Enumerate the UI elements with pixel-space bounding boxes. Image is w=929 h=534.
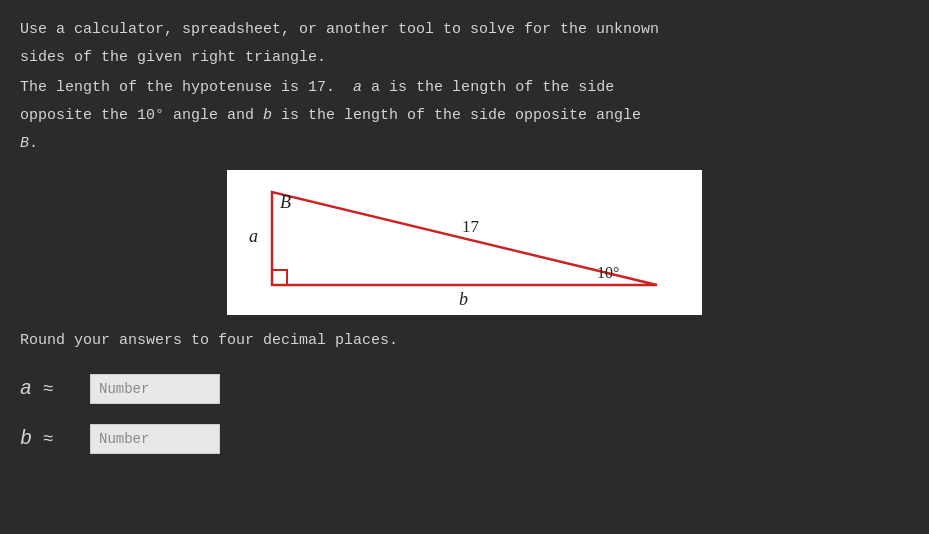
desc-line1: The length of the hypotenuse is 17. a a …: [20, 76, 909, 100]
desc-line3: B.: [20, 132, 909, 156]
answer-row-a: a ≈: [20, 373, 909, 405]
variable-a: a: [353, 79, 362, 96]
variable-b-inline: b: [263, 107, 272, 124]
svg-text:B: B: [280, 192, 291, 212]
instruction-line2: sides of the given right triangle.: [20, 46, 909, 70]
svg-text:b: b: [459, 289, 468, 309]
variable-a-label: a: [20, 377, 32, 400]
round-note: Round your answers to four decimal place…: [20, 329, 909, 353]
input-b[interactable]: [90, 424, 220, 454]
svg-text:17: 17: [462, 217, 480, 236]
instruction-block: Use a calculator, spreadsheet, or anothe…: [20, 18, 909, 70]
variable-B: B: [20, 135, 29, 152]
label-b: b ≈: [20, 423, 90, 455]
variable-b-label: b: [20, 427, 32, 450]
svg-text:a: a: [249, 226, 258, 246]
svg-text:10°: 10°: [597, 264, 619, 281]
triangle-diagram: B a 17 10° b: [227, 170, 702, 315]
label-a: a ≈: [20, 373, 90, 405]
answer-section: a ≈ b ≈: [20, 373, 909, 455]
diagram-wrapper: B a 17 10° b: [20, 170, 909, 315]
description-block: The length of the hypotenuse is 17. a a …: [20, 76, 909, 156]
answer-row-b: b ≈: [20, 423, 909, 455]
input-a[interactable]: [90, 374, 220, 404]
instruction-line1: Use a calculator, spreadsheet, or anothe…: [20, 18, 909, 42]
desc-line2: opposite the 10° angle and b is the leng…: [20, 104, 909, 128]
